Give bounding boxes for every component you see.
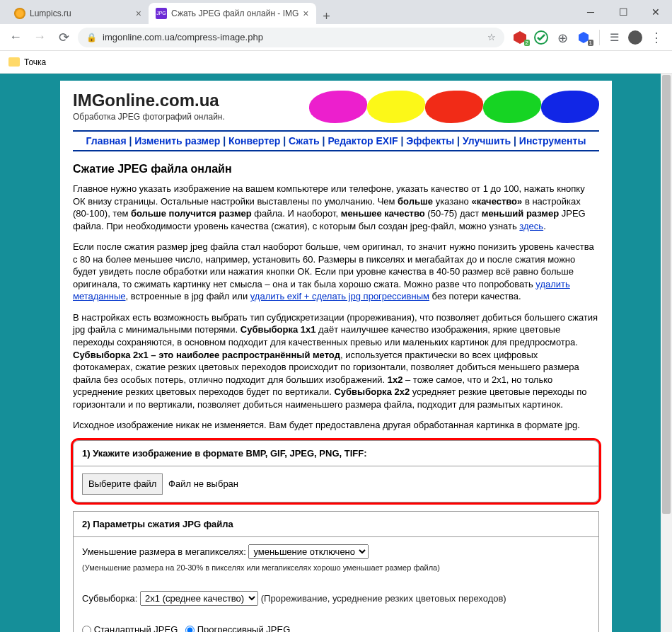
lock-icon: 🔒 [86, 33, 97, 42]
choose-file-button[interactable]: Выберите файл [82, 473, 163, 495]
blob-yellow [367, 91, 425, 123]
url-text: imgonline.com.ua/compress-image.php [103, 32, 263, 42]
close-icon[interactable]: × [303, 8, 308, 19]
folder-icon [8, 57, 20, 67]
nav-converter[interactable]: Конвертер [228, 135, 280, 146]
link-here[interactable]: здесь [519, 221, 543, 231]
nav-effects[interactable]: Эффекты [406, 135, 454, 146]
close-button[interactable]: ✕ [639, 0, 672, 24]
blob-green [483, 91, 541, 123]
nav-compress[interactable]: Сжать [289, 135, 320, 146]
nav-improve[interactable]: Улучшить [463, 135, 511, 146]
back-button[interactable]: ← [6, 28, 25, 47]
maximize-button[interactable]: ☐ [607, 0, 639, 24]
reading-list-icon[interactable]: ☰ [604, 28, 624, 47]
site-title: IMGonline.com.ua [73, 91, 225, 110]
nav-tools[interactable]: Инструменты [519, 135, 586, 146]
extensions: 2 ⊕ 1 [509, 30, 595, 45]
window-controls: ─ ☐ ✕ [574, 0, 672, 24]
step-1-head: 1) Укажите изображение в формате BMP, GI… [74, 441, 598, 466]
mp-label: Уменьшение размера в мегапикселях: [82, 546, 246, 557]
nav-resize[interactable]: Изменить размер [134, 135, 220, 146]
paragraph-1: Главное нужно указать изображение на ваш… [73, 183, 599, 232]
tab-lumpics[interactable]: Lumpics.ru × [7, 3, 149, 24]
sub-hint: (Прореживание, усреднение резких цветовы… [261, 593, 506, 604]
site-nav: Главная | Изменить размер | Конвертер | … [73, 130, 599, 151]
step-2-head: 2) Параметры сжатия JPG файла [74, 512, 598, 537]
reload-button[interactable]: ⟳ [54, 28, 74, 47]
sub-select[interactable]: 2x1 (среднее качество) [140, 591, 258, 606]
favicon-imgonline: JPG [156, 8, 167, 19]
tab-imgonline[interactable]: JPG Сжать JPEG файл онлайн - IMG × [149, 3, 316, 24]
check-icon[interactable] [534, 30, 548, 45]
box-icon[interactable]: 1 [577, 30, 591, 45]
paragraph-4: Исходное изображение никак не изменяется… [73, 419, 599, 432]
globe-icon[interactable]: ⊕ [555, 30, 569, 45]
nav-exif[interactable]: Редактор EXIF [328, 135, 398, 146]
page-content: IMGonline.com.ua Обработка JPEG фотограф… [60, 81, 612, 632]
close-icon[interactable]: × [136, 8, 141, 19]
step-2-box: 2) Параметры сжатия JPG файла Уменьшение… [73, 511, 599, 632]
blob-blue [541, 91, 599, 123]
blob-magenta [309, 91, 367, 123]
radio-standard[interactable]: Стандартный JPEG [82, 624, 178, 632]
tab-title: Сжать JPEG файл онлайн - IMG [171, 8, 299, 18]
blob-red [425, 91, 483, 123]
nav-main[interactable]: Главная [86, 135, 127, 146]
bookmark-item[interactable]: Точка [24, 57, 46, 67]
scroll-thumb[interactable] [662, 75, 671, 514]
page-heading: Сжатие JPEG файла онлайн [73, 163, 599, 176]
favicon-lumpics [14, 8, 25, 19]
browser-tab-strip: Lumpics.ru × JPG Сжать JPEG файл онлайн … [0, 0, 672, 24]
tab-title: Lumpics.ru [30, 8, 71, 18]
file-status: Файл не выбран [168, 478, 238, 489]
color-blobs [309, 91, 599, 123]
address-bar: ← → ⟳ 🔒 imgonline.com.ua/compress-image.… [0, 24, 672, 51]
link-delete-exif[interactable]: удалить exif + сделать jpg прогрессивным [250, 291, 429, 301]
new-tab-button[interactable]: + [316, 9, 337, 24]
forward-button[interactable]: → [30, 28, 50, 47]
minimize-button[interactable]: ─ [574, 0, 607, 24]
step-1-box: 1) Укажите изображение в формате BMP, GI… [73, 440, 599, 502]
site-subtitle: Обработка JPEG фотографий онлайн. [73, 112, 225, 122]
sub-label: Субвыборка: [82, 593, 137, 604]
menu-button[interactable]: ⋮ [647, 28, 666, 47]
page-viewport: IMGonline.com.ua Обработка JPEG фотограф… [0, 74, 672, 632]
mp-select[interactable]: уменьшение отключено [248, 544, 369, 559]
star-icon[interactable]: ☆ [487, 32, 496, 42]
bookmarks-bar: Точка [0, 51, 672, 74]
paragraph-3: В настройках есть возможность выбрать ти… [73, 311, 599, 410]
radio-progressive[interactable]: Прогрессивный JPEG [185, 624, 290, 632]
avatar[interactable] [628, 30, 642, 45]
url-input[interactable]: 🔒 imgonline.com.ua/compress-image.php ☆ [78, 28, 504, 47]
mp-hint: (Уменьшение размера на 20-30% в пикселях… [82, 563, 440, 572]
scrollbar[interactable] [661, 74, 672, 632]
paragraph-2: Если после сжатия размер jpeg файла стал… [73, 241, 599, 303]
divider [599, 30, 600, 45]
adblock-icon[interactable]: 2 [513, 30, 527, 45]
